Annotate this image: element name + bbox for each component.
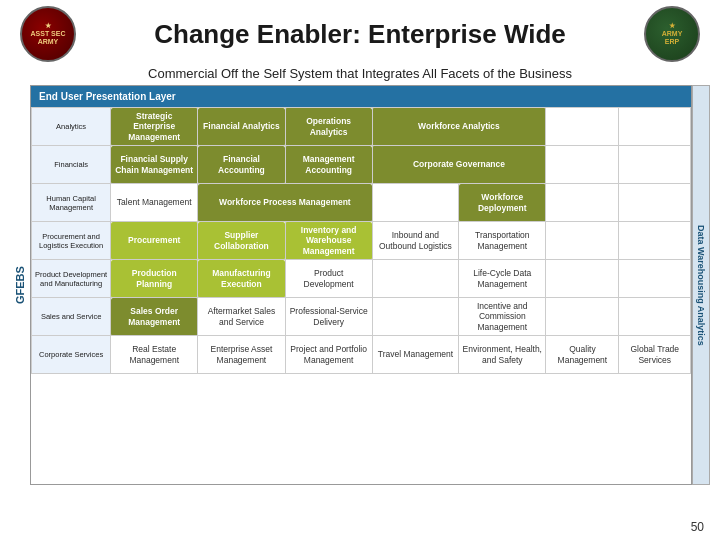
cell-workforce-analytics: Workforce Analytics xyxy=(372,108,546,146)
table-row: Financials Financial Supply Chain Manage… xyxy=(32,146,691,184)
right-label: Data Warehousing Analytics xyxy=(692,85,710,485)
row-label-product: Product Development and Manufacturing xyxy=(32,260,111,298)
cell-production-planning: Production Planning xyxy=(111,260,198,298)
page-title: Change Enabler: Enterprise Wide xyxy=(76,19,644,50)
cell-empty-6 xyxy=(546,184,619,222)
cell-empty-10 xyxy=(372,260,459,298)
cell-empty-5 xyxy=(372,184,459,222)
logo-left-inner: ★ASST SECARMY xyxy=(30,22,65,45)
table-row: Sales and Service Sales Order Management… xyxy=(32,298,691,336)
grid-table: Analytics Strategic Enterprise Managemen… xyxy=(31,107,691,374)
cell-incentive: Incentive and Commission Management xyxy=(459,298,546,336)
cell-workforce-process: Workforce Process Management xyxy=(198,184,372,222)
logo-right-inner: ★ARMYERP xyxy=(662,22,683,45)
table-row: Product Development and Manufacturing Pr… xyxy=(32,260,691,298)
cell-financial-analytics: Financial Analytics xyxy=(198,108,286,146)
cell-inventory-wh: Inventory and Warehouse Management xyxy=(285,222,372,260)
row-label-analytics: Analytics xyxy=(32,108,111,146)
cell-manufacturing-exec: Manufacturing Execution xyxy=(198,260,286,298)
cell-empty-2 xyxy=(619,108,691,146)
cell-workforce-deploy: Workforce Deployment xyxy=(459,184,546,222)
cell-empty-13 xyxy=(372,298,459,336)
cell-financial-accounting: Financial Accounting xyxy=(198,146,286,184)
cell-sales-order: Sales Order Management xyxy=(111,298,198,336)
cell-professional-service: Professional-Service Delivery xyxy=(285,298,372,336)
cell-empty-12 xyxy=(619,260,691,298)
cell-global-trade: Global Trade Services xyxy=(619,336,691,374)
cell-empty-14 xyxy=(546,298,619,336)
cell-travel: Travel Management xyxy=(372,336,459,374)
cell-empty-4 xyxy=(619,146,691,184)
cell-empty-11 xyxy=(546,260,619,298)
cell-talent-mgmt: Talent Management xyxy=(111,184,198,222)
cell-transport-mgmt: Transportation Management xyxy=(459,222,546,260)
table-row: Procurement and Logistics Execution Proc… xyxy=(32,222,691,260)
cell-enterprise-asset: Enterprise Asset Management xyxy=(198,336,286,374)
grid-container: End User Presentation Layer Analytics St… xyxy=(30,85,692,485)
row-label-financials: Financials xyxy=(32,146,111,184)
cell-management-accounting: Management Accounting xyxy=(285,146,372,184)
page-number: 50 xyxy=(691,520,704,534)
cell-corporate-governance: Corporate Governance xyxy=(372,146,546,184)
table-row: Analytics Strategic Enterprise Managemen… xyxy=(32,108,691,146)
cell-quality: Quality Management xyxy=(546,336,619,374)
cell-aftermarket: Aftermarket Sales and Service xyxy=(198,298,286,336)
logo-left: ★ASST SECARMY xyxy=(20,6,76,62)
cell-product-dev: Product Development xyxy=(285,260,372,298)
table-row: Corporate Services Real Estate Managemen… xyxy=(32,336,691,374)
row-label-sales: Sales and Service xyxy=(32,298,111,336)
cell-empty-8 xyxy=(546,222,619,260)
cell-project-portfolio: Project and Portfolio Management xyxy=(285,336,372,374)
main-content: GFEBS End User Presentation Layer Analyt… xyxy=(0,85,720,485)
cell-empty-3 xyxy=(546,146,619,184)
grid-header: End User Presentation Layer xyxy=(31,86,691,107)
cell-empty-7 xyxy=(619,184,691,222)
cell-strategic-enterprise: Strategic Enterprise Management xyxy=(111,108,198,146)
cell-inbound-outbound: Inbound and Outbound Logistics xyxy=(372,222,459,260)
row-label-procurement: Procurement and Logistics Execution xyxy=(32,222,111,260)
cell-lifecycle: Life-Cycle Data Management xyxy=(459,260,546,298)
subtitle: Commercial Off the Self System that Inte… xyxy=(0,66,720,81)
cell-empty-15 xyxy=(619,298,691,336)
header: ★ASST SECARMY Change Enabler: Enterprise… xyxy=(0,0,720,66)
table-row: Human Capital Management Talent Manageme… xyxy=(32,184,691,222)
cell-financial-supply: Financial Supply Chain Management xyxy=(111,146,198,184)
cell-supplier-collab: Supplier Collaboration xyxy=(198,222,286,260)
row-label-corporate: Corporate Services xyxy=(32,336,111,374)
gfebs-label: GFEBS xyxy=(10,85,30,485)
row-label-hcm: Human Capital Management xyxy=(32,184,111,222)
cell-operations-analytics: Operations Analytics xyxy=(285,108,372,146)
cell-empty-9 xyxy=(619,222,691,260)
cell-real-estate: Real Estate Management xyxy=(111,336,198,374)
cell-empty-1 xyxy=(546,108,619,146)
cell-environment: Environment, Health, and Safety xyxy=(459,336,546,374)
logo-right: ★ARMYERP xyxy=(644,6,700,62)
cell-procurement: Procurement xyxy=(111,222,198,260)
